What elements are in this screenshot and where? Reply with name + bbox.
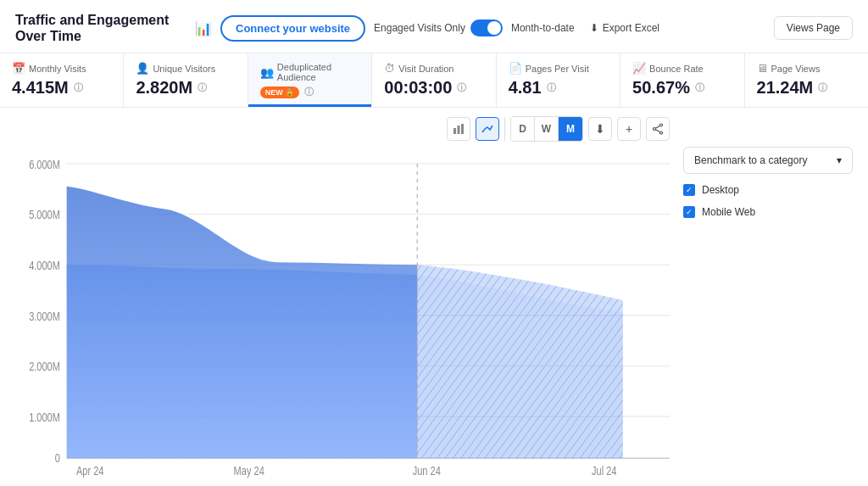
views-page-button[interactable]: Views Page bbox=[774, 16, 853, 40]
svg-text:Jun 24: Jun 24 bbox=[413, 463, 441, 478]
page-views-icon: 🖥 bbox=[757, 62, 768, 75]
desktop-checkbox[interactable] bbox=[683, 184, 695, 196]
add-metric-button[interactable]: + bbox=[617, 117, 641, 141]
svg-text:4.000M: 4.000M bbox=[29, 259, 60, 273]
svg-rect-1 bbox=[458, 126, 460, 134]
legend-mobile-web[interactable]: Mobile Web bbox=[683, 206, 853, 218]
period-month-button[interactable]: M bbox=[559, 117, 582, 141]
period-week-button[interactable]: W bbox=[535, 117, 559, 141]
svg-text:May 24: May 24 bbox=[234, 463, 264, 478]
metric-deduplicated-audience[interactable]: 👥 Deduplicated Audience NEW 🔒 ⓘ bbox=[248, 53, 372, 107]
svg-text:0: 0 bbox=[55, 450, 60, 465]
export-icon: ⬇ bbox=[590, 22, 598, 34]
area-chart: 6.000M 5.000M 4.000M 3.000M 2.000M 1.000… bbox=[15, 148, 670, 478]
svg-text:2.000M: 2.000M bbox=[29, 360, 60, 374]
chart-toolbar: D W M ⬇ + bbox=[15, 116, 670, 142]
metrics-row: 📅 Monthly Visits 4.415M ⓘ 👤 Unique Visit… bbox=[0, 53, 868, 108]
svg-text:5.000M: 5.000M bbox=[29, 208, 60, 222]
line-chart-button[interactable] bbox=[476, 117, 499, 141]
period-day-button[interactable]: D bbox=[511, 117, 535, 141]
visit-duration-info[interactable]: ⓘ bbox=[457, 81, 466, 94]
chart-icon: 📊 bbox=[195, 20, 212, 36]
legend-desktop[interactable]: Desktop bbox=[683, 184, 853, 196]
bar-chart-button[interactable] bbox=[447, 117, 470, 141]
engaged-visits-toggle[interactable] bbox=[470, 20, 503, 36]
pages-per-visit-icon: 📄 bbox=[509, 62, 522, 75]
visit-duration-icon: ⏱ bbox=[384, 62, 395, 75]
bounce-rate-info[interactable]: ⓘ bbox=[695, 81, 704, 94]
svg-rect-0 bbox=[453, 128, 456, 134]
svg-text:Jul 24: Jul 24 bbox=[592, 463, 616, 478]
metric-visit-duration[interactable]: ⏱ Visit Duration 00:03:00 ⓘ bbox=[372, 53, 496, 107]
svg-text:3.000M: 3.000M bbox=[29, 309, 60, 323]
svg-point-3 bbox=[660, 124, 663, 126]
svg-line-7 bbox=[655, 130, 659, 132]
mobile-web-checkbox[interactable] bbox=[683, 206, 695, 218]
share-button[interactable] bbox=[646, 117, 670, 141]
metric-bounce-rate[interactable]: 📈 Bounce Rate 50.67% ⓘ bbox=[620, 53, 744, 107]
connect-website-button[interactable]: Connect your website bbox=[220, 15, 365, 42]
month-to-date-label: Month-to-date bbox=[511, 22, 575, 34]
svg-text:1.000M: 1.000M bbox=[29, 411, 60, 425]
svg-point-5 bbox=[654, 128, 656, 131]
metric-page-views[interactable]: 🖥 Page Views 21.24M ⓘ bbox=[745, 53, 868, 107]
chart-area: 6.000M 5.000M 4.000M 3.000M 2.000M 1.000… bbox=[15, 148, 670, 478]
download-button[interactable]: ⬇ bbox=[588, 117, 612, 141]
metric-unique-visitors[interactable]: 👤 Unique Visitors 2.820M ⓘ bbox=[124, 53, 248, 107]
svg-text:Apr 24: Apr 24 bbox=[76, 463, 103, 478]
monthly-visits-info[interactable]: ⓘ bbox=[74, 81, 83, 94]
unique-visitors-icon: 👤 bbox=[136, 62, 149, 75]
export-excel-button[interactable]: ⬇ Export Excel bbox=[583, 19, 666, 37]
chevron-down-icon: ▾ bbox=[837, 154, 842, 166]
metric-monthly-visits[interactable]: 📅 Monthly Visits 4.415M ⓘ bbox=[0, 53, 124, 107]
chart-right-panel: Benchmark to a category ▾ Desktop Mobile… bbox=[683, 116, 853, 478]
svg-point-4 bbox=[660, 131, 663, 134]
svg-line-6 bbox=[655, 126, 659, 129]
engaged-visits-toggle-group: Engaged Visits Only bbox=[374, 20, 503, 36]
svg-text:6.000M: 6.000M bbox=[29, 158, 60, 172]
engaged-visits-label: Engaged Visits Only bbox=[374, 22, 465, 34]
new-badge: NEW 🔒 bbox=[260, 87, 300, 98]
metric-pages-per-visit[interactable]: 📄 Pages Per Visit 4.81 ⓘ bbox=[497, 53, 620, 107]
period-selector: D W M bbox=[510, 116, 583, 142]
deduplicated-icon: 👥 bbox=[260, 66, 274, 79]
monthly-visits-icon: 📅 bbox=[12, 62, 25, 75]
bounce-rate-icon: 📈 bbox=[632, 62, 646, 75]
svg-rect-2 bbox=[461, 124, 464, 134]
page-views-info[interactable]: ⓘ bbox=[818, 81, 827, 94]
dedup-info[interactable]: ⓘ bbox=[304, 86, 314, 98]
page-title: Traffic and Engagement Over Time bbox=[15, 12, 185, 44]
pages-per-visit-info[interactable]: ⓘ bbox=[547, 81, 556, 94]
unique-visitors-info[interactable]: ⓘ bbox=[198, 81, 207, 94]
benchmark-dropdown[interactable]: Benchmark to a category ▾ bbox=[683, 147, 853, 174]
